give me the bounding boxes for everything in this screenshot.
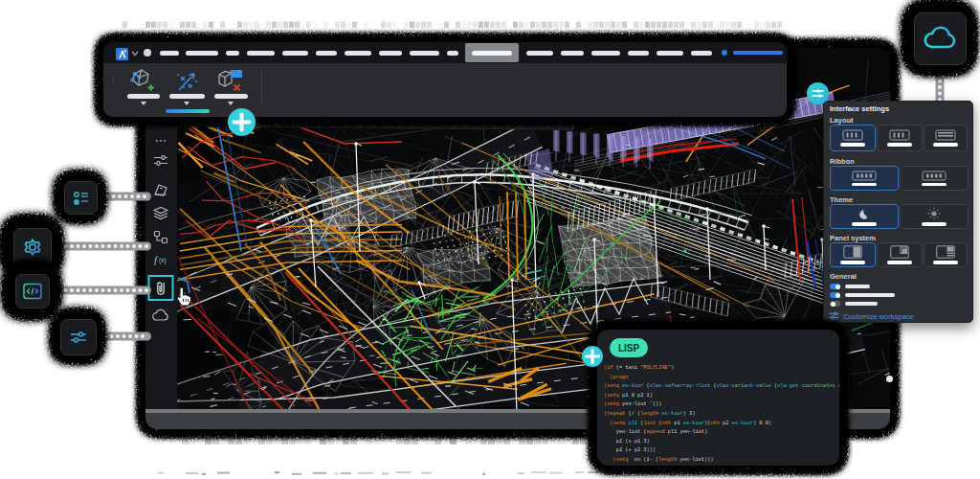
svg-text:(x): (x) <box>159 257 167 264</box>
